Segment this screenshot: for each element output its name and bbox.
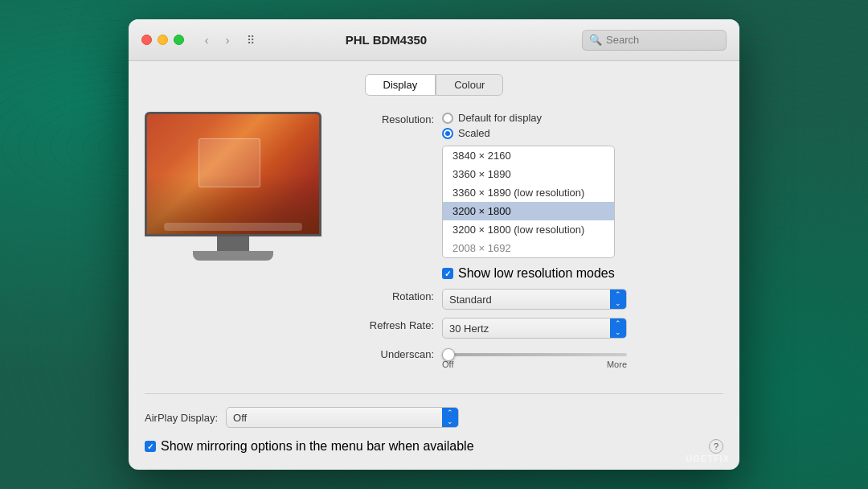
monitor-dock	[164, 223, 301, 231]
resolution-item-3[interactable]: 3200 × 1800	[443, 202, 614, 220]
window-title: PHL BDM4350	[197, 33, 575, 47]
underscan-slider-container: Off More	[442, 347, 627, 369]
underscan-row: Underscan: Off More	[346, 347, 723, 369]
monitor-image	[145, 112, 321, 236]
resolution-item-4[interactable]: 3200 × 1800 (low resolution)	[443, 220, 614, 239]
resolution-options: Default for display Scaled 3840 × 2160 3…	[442, 112, 615, 281]
resolution-item-1[interactable]: 3360 × 1890	[443, 165, 614, 183]
watermark: UGETFIX	[686, 454, 730, 463]
underscan-slider-thumb[interactable]	[442, 348, 455, 361]
resolution-label: Resolution:	[346, 112, 434, 125]
airplay-value: Off	[233, 412, 452, 424]
monitor-stand-neck	[217, 236, 249, 251]
minimize-button[interactable]	[158, 35, 168, 45]
main-section: Resolution: Default for display Scaled	[145, 112, 723, 377]
show-low-res-checkbox[interactable]	[442, 268, 453, 279]
mirror-row: Show mirroring options in the menu bar w…	[145, 439, 723, 454]
titlebar: ‹ › ⠿ PHL BDM4350 🔍	[129, 19, 739, 61]
rotation-row: Rotation: Standard	[346, 289, 723, 310]
close-button[interactable]	[141, 35, 152, 45]
rotation-dropdown[interactable]: Standard	[442, 289, 627, 310]
mirror-checkbox[interactable]	[145, 441, 156, 452]
resolution-row: Resolution: Default for display Scaled	[346, 112, 723, 281]
mirror-left: Show mirroring options in the menu bar w…	[145, 439, 474, 454]
tab-display[interactable]: Display	[365, 74, 436, 96]
refresh-rate-dropdown[interactable]: 30 Hertz	[442, 318, 627, 339]
airplay-dropdown[interactable]: Off	[226, 407, 459, 428]
show-low-res-row[interactable]: Show low resolution modes	[442, 266, 615, 281]
settings-panel: Resolution: Default for display Scaled	[346, 112, 723, 377]
airplay-arrows-icon	[442, 408, 458, 427]
rotation-arrows-icon	[610, 290, 626, 309]
tab-colour[interactable]: Colour	[436, 74, 503, 96]
underscan-slider-track[interactable]	[442, 353, 627, 356]
show-low-res-label: Show low resolution modes	[458, 266, 615, 281]
resolution-default-label: Default for display	[458, 112, 542, 124]
mirror-label: Show mirroring options in the menu bar w…	[161, 439, 474, 454]
resolution-scaled-option[interactable]: Scaled	[442, 127, 615, 139]
resolution-default-radio[interactable]	[442, 113, 453, 124]
refresh-rate-arrows-icon	[610, 318, 626, 338]
monitor-stand	[145, 236, 321, 261]
search-input[interactable]	[606, 34, 719, 46]
resolution-default-option[interactable]: Default for display	[442, 112, 615, 124]
tabs-bar: Display Colour	[145, 74, 723, 96]
maximize-button[interactable]	[174, 35, 184, 45]
monitor-preview	[145, 112, 321, 261]
resolution-item-2[interactable]: 3360 × 1890 (low resolution)	[443, 183, 614, 202]
bottom-section: AirPlay Display: Off	[145, 393, 723, 428]
refresh-rate-value: 30 Hertz	[449, 323, 620, 335]
refresh-rate-label: Refresh Rate:	[346, 318, 434, 331]
resolution-scaled-label: Scaled	[458, 127, 490, 139]
content-area: Display Colour Resol	[129, 61, 739, 470]
main-window: ‹ › ⠿ PHL BDM4350 🔍 Display Colour	[129, 19, 739, 470]
resolution-list: 3840 × 2160 3360 × 1890 3360 × 1890 (low…	[442, 146, 615, 258]
resolution-item-0[interactable]: 3840 × 2160	[443, 146, 614, 165]
resolution-item-5[interactable]: 2008 × 1692	[443, 239, 614, 257]
airplay-label: AirPlay Display:	[145, 412, 218, 424]
search-bar[interactable]: 🔍	[582, 30, 727, 51]
traffic-lights	[141, 35, 184, 45]
resolution-scaled-radio[interactable]	[442, 128, 453, 139]
search-icon: 🔍	[589, 34, 602, 46]
rotation-value: Standard	[449, 294, 620, 306]
underscan-max-label: More	[607, 360, 627, 369]
monitor-stand-base	[193, 251, 273, 261]
refresh-rate-row: Refresh Rate: 30 Hertz	[346, 318, 723, 339]
help-button[interactable]: ?	[709, 439, 723, 454]
rotation-label: Rotation:	[346, 289, 434, 302]
underscan-label: Underscan:	[346, 347, 434, 360]
underscan-slider-labels: Off More	[442, 360, 627, 369]
monitor-screen	[147, 114, 319, 234]
